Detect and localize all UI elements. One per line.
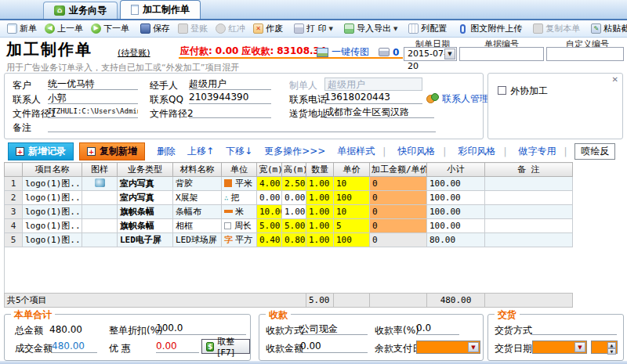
cell-unit[interactable]: 平米 xyxy=(222,177,257,191)
cell-height[interactable]: 1.00 xyxy=(282,205,306,219)
pay-rate-field[interactable]: 0.0 xyxy=(416,323,459,335)
cell-height[interactable]: 0.00 xyxy=(282,191,306,205)
toolbar-button-void[interactable]: ✕作废 xyxy=(249,21,287,37)
toolbar-button-save[interactable]: 保存 xyxy=(136,21,174,37)
cell-picture[interactable] xyxy=(82,205,118,219)
address-field[interactable]: 成都市金牛区蜀汉路 xyxy=(324,106,434,118)
cell-note[interactable] xyxy=(485,191,573,205)
cell-picture[interactable] xyxy=(82,233,118,247)
pay-method-field[interactable]: 公司现金 xyxy=(300,323,368,335)
column-header[interactable]: 项目名称 xyxy=(23,163,82,177)
table-row[interactable]: 4logo(1)图...旗帜条幅相框周长5.005.001.0050100.00 xyxy=(5,219,573,233)
column-header[interactable]: 单位 xyxy=(222,163,257,177)
tab-processing-order[interactable]: 加工制作单 xyxy=(120,0,201,19)
toolbar-button-attachment[interactable]: 图文附件上传 xyxy=(454,21,526,37)
cell-unit[interactable]: 米 xyxy=(222,205,257,219)
column-header[interactable]: 图样 xyxy=(82,163,118,177)
cell-subtotal[interactable]: 80.00 xyxy=(427,233,485,247)
cell-quantity[interactable]: 1.00 xyxy=(306,205,334,219)
cell-business-type[interactable]: LED电子屏 xyxy=(118,233,173,247)
cell-unit[interactable]: 字平方 xyxy=(222,233,257,247)
note-field[interactable] xyxy=(48,120,436,132)
docno-input[interactable] xyxy=(459,47,544,61)
cell-unit-price[interactable]: 100 xyxy=(334,233,370,247)
cell-unit[interactable]: ∴把 xyxy=(222,191,257,205)
chevron-down-icon[interactable]: ▼ xyxy=(393,26,397,32)
cell-width[interactable]: 10.00 xyxy=(257,205,282,219)
action-link[interactable]: 快印风格 xyxy=(397,145,435,158)
table-row[interactable]: 5logo(1)图...LED电子屏LED球场屏字平方0.400.801.001… xyxy=(5,233,573,247)
action-link[interactable]: 更多操作>>> xyxy=(264,145,325,158)
cell-note[interactable] xyxy=(485,177,573,191)
cell-quantity[interactable]: 1.00 xyxy=(306,177,334,191)
row-number[interactable]: 1 xyxy=(5,177,23,191)
toolbar-button-next-arrow[interactable]: ▶下一单 xyxy=(87,21,133,37)
cell-project-name[interactable]: logo(1)图... xyxy=(23,219,82,233)
cell-picture[interactable] xyxy=(82,191,118,205)
cell-quantity[interactable]: 1.00 xyxy=(306,233,334,247)
column-header[interactable]: 单价 xyxy=(334,163,370,177)
cell-project-name[interactable]: logo(1)图... xyxy=(23,177,82,191)
cell-quantity[interactable]: 1.00 xyxy=(306,191,334,205)
cell-project-name[interactable]: logo(1)图... xyxy=(23,233,82,247)
cell-material[interactable]: 相框 xyxy=(173,219,222,233)
row-number[interactable]: 3 xyxy=(5,205,23,219)
column-header[interactable]: 小计 xyxy=(427,163,485,177)
delivery-time-spinner[interactable]: ▲▼ xyxy=(591,341,618,354)
phone-field[interactable]: 13618020443 xyxy=(324,92,422,104)
cell-height[interactable]: 0.80 xyxy=(282,233,306,247)
discount-amt-field[interactable]: 0.00 xyxy=(156,341,199,353)
cell-material[interactable]: X展架 xyxy=(173,191,222,205)
path1-field[interactable]: ITZHULI:C:\Users\Adminis xyxy=(48,106,138,118)
cell-business-type[interactable]: 室内写真 xyxy=(118,191,173,205)
cell-subtotal[interactable]: 100.00 xyxy=(427,177,485,191)
spinner-arrows-icon[interactable]: ▲▼ xyxy=(607,342,616,352)
deal-field[interactable]: 480.00 xyxy=(52,341,97,353)
contact-manager-text[interactable]: 联系人管理 xyxy=(442,93,489,104)
copy-add-button[interactable]: +复制新增 xyxy=(79,142,145,160)
close-icon[interactable]: ✕ xyxy=(612,75,618,84)
delivery-date-dropdown[interactable]: ▼ xyxy=(532,341,587,354)
cell-subtotal[interactable]: 100.00 xyxy=(427,191,485,205)
discount-field[interactable]: 100.0 xyxy=(156,323,246,335)
action-link[interactable]: 彩印风格 xyxy=(458,145,495,158)
cell-process-fee[interactable]: 0 xyxy=(370,233,427,247)
cell-width[interactable]: 5.00 xyxy=(257,219,282,233)
add-record-button[interactable]: +新增记录 xyxy=(8,142,74,160)
custom-no-input[interactable] xyxy=(546,47,624,61)
cell-business-type[interactable]: 旗帜条幅 xyxy=(118,205,173,219)
row-number[interactable]: 4 xyxy=(5,219,23,233)
cell-material[interactable]: 背胶 xyxy=(173,177,222,191)
column-header[interactable]: 加工金额/单价 xyxy=(370,163,427,177)
outsource-option[interactable]: 外协加工 xyxy=(498,85,548,98)
cell-process-fee[interactable]: 0 xyxy=(370,219,427,233)
path2-field[interactable] xyxy=(189,106,271,118)
action-link[interactable]: 上移↑ xyxy=(187,145,214,158)
table-row[interactable]: 3logo(1)图...旗帜条幅条幅布米10.001.001.00100100.… xyxy=(5,205,573,219)
column-header[interactable]: 材料名称 xyxy=(173,163,222,177)
cell-process-fee[interactable]: 0 xyxy=(370,191,427,205)
cell-project-name[interactable]: logo(1)图... xyxy=(23,205,82,219)
action-link[interactable]: 做字专用 xyxy=(518,145,556,158)
cell-height[interactable]: 2.50 xyxy=(282,177,306,191)
round-button[interactable]: $取整[F7] xyxy=(201,339,250,354)
cell-height[interactable]: 5.00 xyxy=(282,219,306,233)
spray-reverse-button[interactable]: 喷绘反 xyxy=(574,143,615,160)
row-number[interactable]: 5 xyxy=(5,233,23,247)
qq-field[interactable]: 2103944390 xyxy=(189,92,271,104)
toolbar-button-column-config[interactable]: 列配置 xyxy=(404,21,451,37)
cell-picture[interactable] xyxy=(82,219,118,233)
toolbar-button-new-doc[interactable]: 新单 xyxy=(3,21,41,37)
cell-project-name[interactable]: logo(1)图... xyxy=(23,191,82,205)
cell-unit-price[interactable]: 10 xyxy=(334,177,370,191)
cell-note[interactable] xyxy=(485,205,573,219)
column-header[interactable]: 业务类型 xyxy=(118,163,173,177)
cell-unit-price[interactable]: 5 xyxy=(334,219,370,233)
toolbar-button-import-export[interactable]: 导入导出▼ xyxy=(340,21,401,37)
toolbar-button-prev-arrow[interactable]: ◀上一单 xyxy=(41,21,87,37)
cell-unit[interactable]: 周长 xyxy=(222,219,257,233)
cell-width[interactable]: 0.40 xyxy=(257,233,282,247)
cell-width[interactable]: 0.00 xyxy=(257,191,282,205)
cell-unit-price[interactable]: 10 xyxy=(334,205,370,219)
toolbar-button-paste-screenshot[interactable]: ✎粘贴截图 xyxy=(587,21,627,37)
